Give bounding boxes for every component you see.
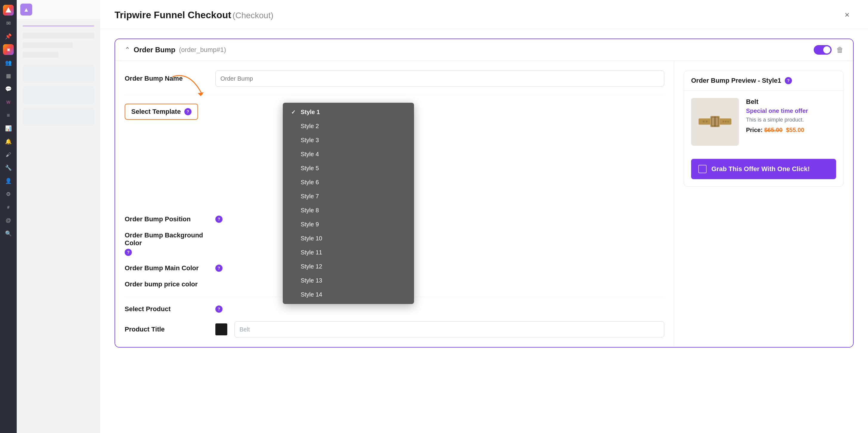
preview-help-icon[interactable]: ?	[785, 77, 792, 84]
dropdown-item-13[interactable]: Style 14	[283, 288, 414, 301]
price-sale: $55.00	[786, 126, 804, 133]
belt-illustration	[697, 110, 733, 134]
dropdown-label-6: Style 7	[301, 193, 319, 200]
svg-point-10	[723, 121, 724, 122]
dropdown-item-11[interactable]: Style 12	[283, 260, 414, 273]
product-info: Belt Special one time offer This is a si…	[746, 98, 836, 134]
card-header-left: ⌃ Order Bump (order_bump#1)	[125, 46, 226, 54]
grab-checkbox	[698, 165, 707, 173]
modal-title-group: Tripwire Funnel Checkout (Checkout)	[115, 9, 274, 21]
sidebar-icon-table[interactable]: ▦	[3, 70, 14, 81]
dropdown-label-2: Style 3	[301, 137, 319, 144]
dropdown-item-7[interactable]: Style 8	[283, 203, 414, 218]
product-image	[691, 98, 739, 146]
sidebar-icon-feedback[interactable]: 💬	[3, 84, 14, 94]
position-label: Order Bump Position	[125, 215, 208, 223]
dropdown-item-2[interactable]: Style 3	[283, 133, 414, 147]
dropdown-menu: ✓ Style 1 Style 2 Style 3	[283, 103, 414, 304]
dropdown-item-3[interactable]: Style 4	[283, 147, 414, 161]
chevron-up-icon[interactable]: ⌃	[125, 46, 130, 54]
svg-marker-1	[198, 92, 204, 96]
preview-body: Belt Special one time offer This is a si…	[684, 91, 843, 153]
product-title-color-swatch[interactable]	[215, 323, 227, 335]
preview-title: Order Bump Preview - Style1	[691, 77, 781, 85]
product-title-row: Product Title	[125, 321, 664, 338]
select-product-help-icon[interactable]: ?	[215, 306, 222, 313]
product-price: Price: $65.00 $55.00	[746, 126, 836, 134]
product-offer: Special one time offer	[746, 108, 836, 114]
sidebar: ✉ 📌 ▣ 👥 ▦ 💬 W ≡ 📊 🔔 🖌 🔧 👤 ⚙ # @ 🔍	[0, 0, 17, 433]
select-product-label: Select Product	[125, 305, 208, 313]
dropdown-item-12[interactable]: Style 13	[283, 273, 414, 288]
preview-card: Order Bump Preview - Style1 ?	[684, 70, 843, 186]
sidebar-icon-mail[interactable]: ✉	[3, 18, 14, 29]
sidebar-icon-chart[interactable]: 📊	[3, 123, 14, 134]
dropdown-label-10: Style 11	[301, 249, 322, 256]
select-product-row: Select Product ?	[125, 305, 664, 313]
dropdown-label-1: Style 2	[301, 123, 319, 129]
position-help-icon[interactable]: ?	[215, 215, 222, 223]
name-row: Order Bump Name	[125, 70, 664, 87]
dropdown-item-4[interactable]: Style 5	[283, 161, 414, 175]
dropdown-label-0: Style 1	[301, 109, 320, 116]
name-input[interactable]	[215, 70, 664, 87]
sidebar-icon-person[interactable]: 👤	[3, 176, 14, 186]
svg-point-9	[706, 121, 708, 122]
trash-icon[interactable]: 🗑	[836, 46, 843, 54]
sidebar-icon-bell[interactable]: 🔔	[3, 136, 14, 147]
modal-title: Tripwire Funnel Checkout	[115, 9, 231, 20]
modal-body: ⌃ Order Bump (order_bump#1) 🗑 Order B	[100, 29, 868, 433]
dropdown-item-10[interactable]: Style 11	[283, 246, 414, 260]
svg-point-11	[725, 121, 726, 122]
svg-marker-0	[5, 7, 11, 12]
dropdown-item-5[interactable]: Style 6	[283, 175, 414, 189]
order-bump-card: ⌃ Order Bump (order_bump#1) 🗑 Order B	[115, 38, 854, 348]
dropdown-item-9[interactable]: Style 10	[283, 231, 414, 246]
select-template-label: Select Template	[131, 108, 181, 116]
sidebar-icon-sort[interactable]: #	[3, 202, 14, 212]
sidebar-icon-at[interactable]: @	[3, 215, 14, 226]
product-name: Belt	[746, 98, 836, 106]
sidebar-icon-pin[interactable]: 📌	[3, 31, 14, 42]
dropdown-label-13: Style 14	[301, 291, 322, 298]
sidebar-icon-list[interactable]: ≡	[3, 110, 14, 121]
preview-panel: Order Bump Preview - Style1 ?	[674, 61, 853, 347]
sidebar-icon-woo[interactable]: W	[3, 97, 14, 108]
sidebar-icon-users[interactable]: 👥	[3, 57, 14, 68]
background-page: ▲	[17, 0, 100, 433]
dropdown-item-1[interactable]: Style 2	[283, 119, 414, 133]
sidebar-icon-search[interactable]: 🔍	[3, 228, 14, 239]
sidebar-logo[interactable]	[3, 5, 14, 16]
bg-color-help-icon[interactable]: ?	[125, 249, 132, 256]
sidebar-icon-brush[interactable]: 🖌	[3, 149, 14, 160]
svg-point-8	[703, 121, 705, 122]
form-panel: Order Bump Name Select Template	[115, 61, 674, 347]
preview-header: Order Bump Preview - Style1 ?	[684, 71, 843, 91]
sidebar-icon-wrench[interactable]: 🔧	[3, 163, 14, 173]
card-title: Order Bump	[134, 46, 176, 54]
sidebar-icon-gradient[interactable]: ▣	[3, 44, 14, 55]
select-template-box[interactable]: Select Template ?	[125, 104, 198, 120]
bg-color-label: Order Bump Background Color ?	[125, 231, 208, 256]
sidebar-icon-settings[interactable]: ⚙	[3, 189, 14, 200]
toggle-switch[interactable]	[814, 45, 832, 55]
dropdown-item-6[interactable]: Style 7	[283, 189, 414, 203]
dropdown-item-8[interactable]: Style 9	[283, 218, 414, 231]
modal-header: Tripwire Funnel Checkout (Checkout) ×	[100, 0, 868, 29]
price-original: $65.00	[764, 126, 782, 133]
close-button[interactable]: ×	[841, 8, 854, 22]
grab-button-label: Grab This Offer With One Click!	[711, 165, 810, 173]
card-subtitle: (order_bump#1)	[179, 46, 226, 54]
dropdown-item-0[interactable]: ✓ Style 1	[283, 105, 414, 119]
price-color-label: Order bump price color	[125, 281, 208, 288]
grab-offer-button[interactable]: Grab This Offer With One Click!	[691, 159, 836, 179]
svg-point-12	[727, 121, 729, 122]
main-color-help-icon[interactable]: ?	[215, 265, 222, 272]
modal-subtitle: (Checkout)	[232, 11, 274, 20]
product-title-input[interactable]	[235, 321, 664, 338]
select-template-help-icon[interactable]: ?	[184, 108, 191, 115]
dropdown-label-9: Style 10	[301, 235, 322, 242]
dropdown-label-4: Style 5	[301, 165, 319, 172]
check-icon: ✓	[291, 109, 297, 116]
price-label: Price:	[746, 126, 763, 133]
